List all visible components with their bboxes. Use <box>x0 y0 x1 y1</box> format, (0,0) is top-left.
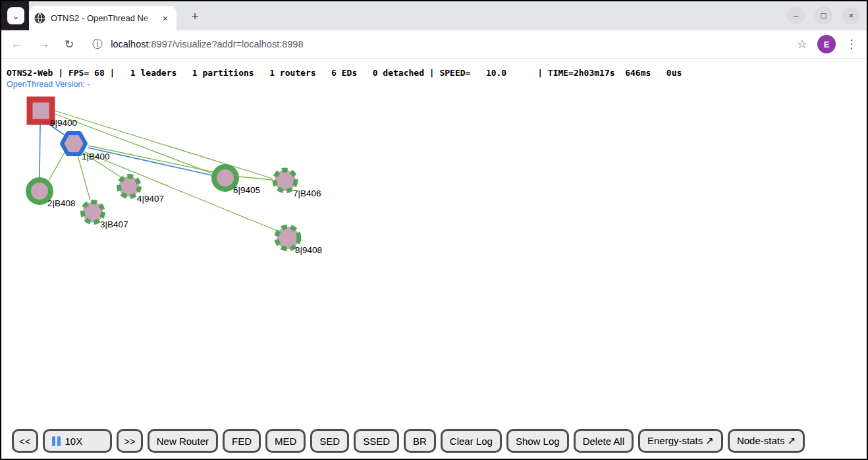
site-info-icon[interactable]: ⓘ <box>92 38 103 51</box>
button-label: MED <box>275 436 296 447</box>
node-label: 8|9408 <box>295 245 322 255</box>
otns-page: 9|94001|B4002|B4083|B4074|94076|94057|B4… <box>1 59 867 459</box>
tab-title: OTNS2 - OpenThread Ne <box>51 13 159 23</box>
button-label: Node-stats ↗ <box>737 435 796 447</box>
browser-window: ⌄ OTNS2 - OpenThread Ne × + – □ × ← → ↻ … <box>0 0 868 460</box>
bookmark-star-icon[interactable]: ☆ <box>797 37 807 51</box>
profile-avatar[interactable]: E <box>817 35 836 53</box>
network-canvas: 9|94001|B4002|B4083|B4074|94076|94057|B4… <box>1 59 867 459</box>
button-label: Show Log <box>516 436 560 447</box>
pause-icon <box>57 436 61 446</box>
button-label: 10X <box>65 436 83 447</box>
router-link <box>40 125 40 178</box>
add-ssed-button[interactable]: SSED <box>354 429 399 453</box>
node-label: 3|B407 <box>100 219 128 229</box>
pause-icon <box>52 436 55 446</box>
close-button[interactable]: × <box>842 7 860 24</box>
add-sed-button[interactable]: SED <box>310 429 349 453</box>
button-label: SSED <box>363 436 390 447</box>
window-controls: – □ × <box>787 7 860 24</box>
chevron-down-icon: ⌄ <box>13 11 20 21</box>
openthread-version-link[interactable]: OpenThread Version: - <box>7 80 90 89</box>
url-path: :8997/visualize?addr=localhost:8998 <box>148 39 303 49</box>
child-link <box>78 156 90 200</box>
tab-strip: ⌄ OTNS2 - OpenThread Ne × + – □ × <box>1 1 867 30</box>
add-med-button[interactable]: MED <box>265 429 306 453</box>
url-host: localhost <box>111 39 148 49</box>
button-label: FED <box>232 436 252 447</box>
browser-toolbar: ← → ↻ ⓘ localhost:8997/visualize?addr=lo… <box>1 30 867 59</box>
clear-log-button[interactable]: Clear Log <box>441 429 502 453</box>
maximize-button[interactable]: □ <box>815 7 832 24</box>
back-button[interactable]: ← <box>11 37 23 51</box>
delete-all-button[interactable]: Delete All <box>574 429 634 453</box>
button-label: >> <box>124 436 136 447</box>
globe-favicon-icon <box>34 13 45 24</box>
node-label: 2|B408 <box>47 198 76 208</box>
child-link <box>49 150 66 181</box>
add-br-button[interactable]: BR <box>404 429 436 453</box>
button-label: Clear Log <box>450 436 493 447</box>
new-tab-button[interactable]: + <box>187 9 203 24</box>
url-bar[interactable]: localhost:8997/visualize?addr=localhost:… <box>111 39 303 49</box>
node-label: 7|B406 <box>293 188 321 198</box>
new-router-button[interactable]: New Router <box>148 429 218 453</box>
add-fed-button[interactable]: FED <box>223 429 261 453</box>
speed-down-button[interactable]: << <box>12 429 38 453</box>
minimize-button[interactable]: – <box>787 7 805 24</box>
node-4[interactable] <box>119 177 140 197</box>
button-label: Energy-stats ↗ <box>647 435 714 447</box>
button-label: SED <box>319 436 340 447</box>
node-label: 1|B400 <box>82 152 110 161</box>
show-log-button[interactable]: Show Log <box>506 429 569 453</box>
menu-dots-icon[interactable]: ⋮ <box>846 37 857 51</box>
tab-active[interactable]: OTNS2 - OpenThread Ne × <box>29 6 176 30</box>
reload-button[interactable]: ↻ <box>65 38 74 51</box>
speed-up-button[interactable]: >> <box>117 429 143 453</box>
sim-toolbar: <<10X>>New RouterFEDMEDSEDSSEDBRClear Lo… <box>12 429 805 453</box>
node-label: 9|9400 <box>50 118 77 128</box>
button-label: << <box>19 436 31 447</box>
node-label: 4|9407 <box>137 194 164 204</box>
tab-search-button[interactable]: ⌄ <box>7 7 24 24</box>
node-9[interactable] <box>30 100 52 122</box>
energy-stats-button[interactable]: Energy-stats ↗ <box>638 429 723 453</box>
button-label: Delete All <box>583 436 624 447</box>
tab-close-icon[interactable]: × <box>159 13 171 24</box>
node-stats-button[interactable]: Node-stats ↗ <box>728 429 805 453</box>
status-line: OTNS2-Web | FPS= 68 | 1 leaders 1 partit… <box>7 68 682 78</box>
node-label: 6|9405 <box>233 185 260 195</box>
button-label: New Router <box>157 436 209 447</box>
forward-button[interactable]: → <box>38 37 50 51</box>
speed-pause-button[interactable]: 10X <box>43 429 113 453</box>
button-label: BR <box>413 436 427 447</box>
child-link <box>55 111 273 179</box>
